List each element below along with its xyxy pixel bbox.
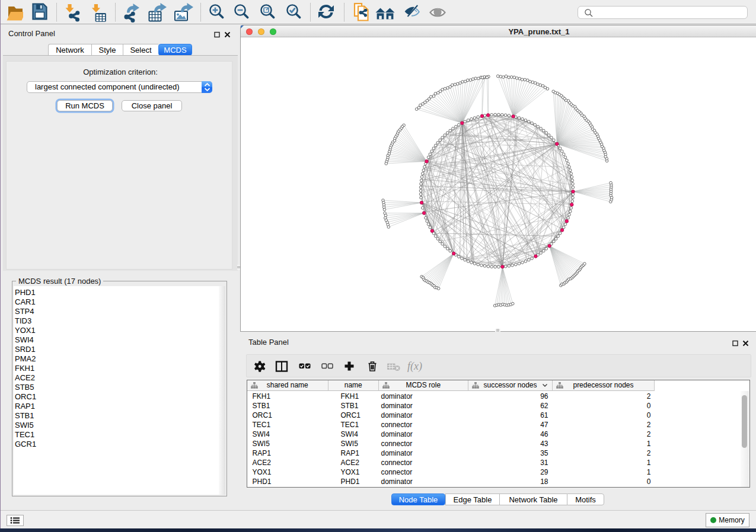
svg-text:f(x): f(x) [407, 360, 422, 373]
